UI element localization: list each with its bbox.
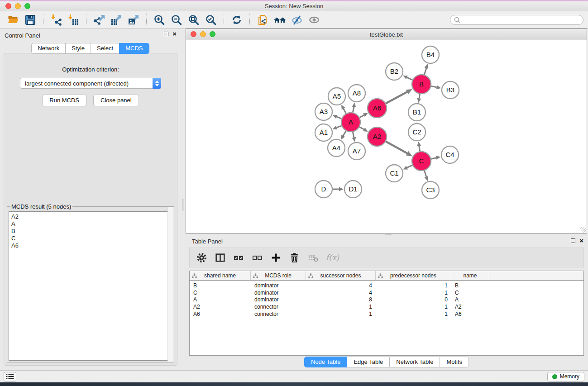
table-cell: A (190, 296, 251, 303)
refresh-button[interactable] (228, 13, 245, 27)
tab-network-table[interactable]: Network Table (389, 357, 440, 367)
mcds-result-item[interactable]: A2 (11, 213, 170, 220)
import-table-button[interactable] (65, 13, 82, 27)
table-row[interactable]: Bdominator41B (190, 282, 583, 289)
export-image-button[interactable] (125, 13, 142, 27)
network-canvas[interactable]: AA1A2A3A4A5A6A7A8BB1B2B3B4CC1C2C3C4DD1 (186, 40, 587, 233)
open-session-button[interactable] (5, 13, 22, 27)
tab-network[interactable]: Network (31, 43, 66, 54)
search-input[interactable] (450, 15, 583, 25)
zoom-selected-button[interactable] (202, 13, 220, 27)
node-label-A: A (349, 118, 353, 126)
task-history-button[interactable] (4, 372, 16, 381)
toolbar-separator (224, 14, 224, 26)
control-panel-window-icons: × (164, 32, 177, 36)
edge-B-B1[interactable] (419, 94, 420, 99)
table-settings-button[interactable] (196, 252, 207, 263)
zoom-out-button[interactable] (168, 13, 185, 27)
edge-C-C3[interactable] (425, 171, 426, 176)
edge-A-A6[interactable] (359, 115, 363, 118)
node-label-D: D (321, 185, 326, 193)
column-header-predecessor-nodes[interactable]: predecessor nodes (376, 271, 451, 280)
memory-button[interactable]: Memory (547, 372, 584, 381)
edge-A2-C[interactable] (386, 142, 407, 153)
zoom-fit-button[interactable] (185, 13, 202, 27)
tab-node-table[interactable]: Node Table (304, 357, 348, 367)
import-network-button[interactable] (48, 13, 65, 27)
tab-edge-table[interactable]: Edge Table (347, 357, 390, 367)
panel-splitter-vertical[interactable] (181, 29, 186, 370)
mcds-result-item[interactable]: B (11, 228, 170, 235)
float-panel-icon[interactable] (571, 238, 575, 243)
edge-A-A2[interactable] (359, 127, 364, 129)
result-list-scrollbar[interactable] (167, 207, 173, 362)
edge-A-A5[interactable] (344, 109, 346, 113)
table-row[interactable]: A2connector11A2 (190, 303, 583, 310)
deselect-all-button[interactable] (252, 252, 263, 263)
edge-arrow-icon (417, 98, 421, 103)
tab-style[interactable]: Style (65, 43, 91, 54)
node-label-B3: B3 (446, 86, 454, 94)
save-session-button[interactable] (22, 13, 39, 27)
column-header-successor-nodes[interactable]: successor nodes (306, 271, 376, 280)
run-mcds-button[interactable]: Run MCDS (42, 95, 86, 106)
control-panel-tabs: NetworkStyleSelectMCDS (0, 43, 181, 54)
tab-mcds[interactable]: MCDS (119, 43, 149, 54)
mcds-result-title: MCDS result (5 nodes) (10, 203, 72, 210)
edge-A6-B[interactable] (386, 92, 407, 103)
edge-A-A1[interactable] (337, 126, 342, 128)
node-label-A4: A4 (332, 144, 340, 152)
column-header-shared-name[interactable]: shared name (190, 271, 251, 280)
edge-B-B4[interactable] (424, 68, 426, 75)
table-row[interactable]: A6connector11A6 (190, 310, 583, 318)
close-panel-button[interactable]: Close panel (93, 95, 139, 106)
node-label-B: B (419, 80, 424, 88)
column-header-label: name (463, 272, 477, 279)
export-table-button[interactable] (108, 13, 125, 27)
tab-motifs[interactable]: Motifs (440, 357, 469, 367)
app-titlebar[interactable]: Session: New Session (0, 1, 588, 11)
edge-C-C4[interactable] (431, 158, 436, 159)
network-window-titlebar[interactable]: testGlobe.txt (186, 29, 587, 40)
window-resize-grip[interactable] (580, 227, 586, 233)
zoom-in-button[interactable] (151, 13, 168, 27)
edge-C-C2[interactable] (419, 146, 420, 152)
close-panel-icon[interactable]: × (579, 238, 583, 243)
edge-A-A8[interactable] (353, 107, 354, 112)
float-panel-icon[interactable] (164, 32, 168, 36)
select-all-button[interactable] (233, 252, 244, 263)
edge-B-B2[interactable] (407, 77, 412, 80)
clone-network-button[interactable] (254, 13, 271, 27)
edge-A-A4[interactable] (343, 131, 346, 136)
table-row[interactable]: Adominator80A (190, 296, 583, 303)
table-row[interactable]: Cdominator41C (190, 289, 583, 296)
select-stepper[interactable] (153, 78, 161, 89)
tab-select[interactable]: Select (91, 43, 120, 54)
mcds-result-item[interactable]: A (11, 220, 170, 228)
mcds-result-item[interactable]: C (11, 235, 170, 242)
edge-A-A3[interactable] (337, 117, 342, 119)
edge-B-B3[interactable] (431, 86, 437, 87)
delete-column-button[interactable] (289, 252, 300, 263)
network-view-window: testGlobe.txt AA1A2A3A4A5A6A7A8BB1B2B3B4… (186, 29, 587, 234)
mcds-result-item[interactable]: A6 (11, 242, 170, 249)
show-all-button[interactable] (306, 13, 323, 27)
column-header-mcds-role[interactable]: MCDS role (251, 271, 306, 280)
mcds-result-list[interactable]: A2ABCA6 (9, 211, 172, 361)
edge-C-C1[interactable] (407, 165, 412, 167)
split-view-button[interactable] (215, 252, 225, 263)
column-header-name[interactable]: name (451, 271, 489, 280)
optimization-criterion-select[interactable]: largest connected component (directed) (20, 78, 161, 89)
add-column-button[interactable] (270, 252, 281, 263)
trash-icon (289, 253, 300, 263)
export-network-button[interactable] (91, 13, 108, 27)
function-builder-button[interactable]: f(x) (326, 253, 339, 262)
splitter-grab-handle[interactable] (182, 199, 184, 210)
home-view-button[interactable] (271, 13, 288, 27)
hide-selected-button[interactable] (288, 13, 306, 27)
memory-label: Memory (560, 373, 579, 380)
delete-table-button[interactable] (307, 252, 318, 263)
node-label-D1: D1 (349, 185, 357, 193)
edge-A-A7[interactable] (353, 132, 354, 138)
close-panel-icon[interactable]: × (172, 32, 177, 36)
